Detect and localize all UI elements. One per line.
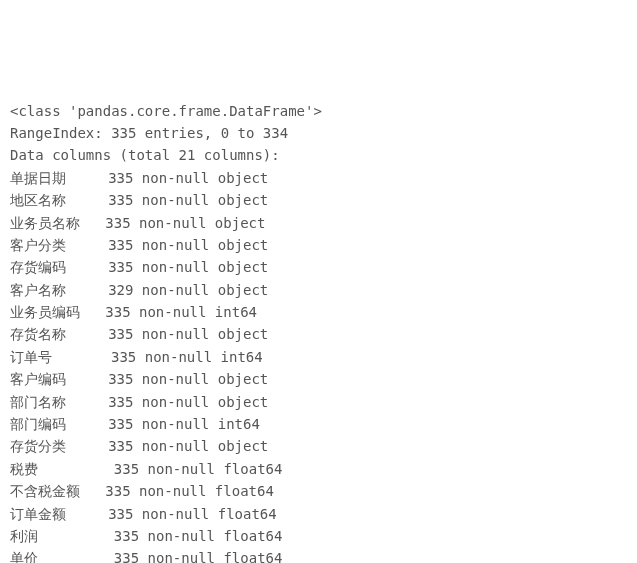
column-info-row: 部门名称 335 non-null object: [10, 391, 627, 413]
column-info-row: 不含税金额 335 non-null float64: [10, 480, 627, 502]
column-info-row: 客户名称 329 non-null object: [10, 279, 627, 301]
column-info-row: 客户编码 335 non-null object: [10, 368, 627, 390]
column-info-row: 订单金额 335 non-null float64: [10, 503, 627, 525]
column-info-row: 存货分类 335 non-null object: [10, 435, 627, 457]
column-info-row: 业务员名称 335 non-null object: [10, 212, 627, 234]
column-info-row: 单据日期 335 non-null object: [10, 167, 627, 189]
column-info-row: 利润 335 non-null float64: [10, 525, 627, 547]
class-line: <class 'pandas.core.frame.DataFrame'>: [10, 100, 627, 122]
column-info-row: 订单号 335 non-null int64: [10, 346, 627, 368]
data-columns-header: Data columns (total 21 columns):: [10, 144, 627, 166]
column-info-row: 单价 335 non-null float64: [10, 547, 627, 563]
column-info-row: 税费 335 non-null float64: [10, 458, 627, 480]
column-info-row: 部门编码 335 non-null int64: [10, 413, 627, 435]
column-info-row: 客户分类 335 non-null object: [10, 234, 627, 256]
dataframe-info-output: <class 'pandas.core.frame.DataFrame'>Ran…: [10, 100, 627, 563]
range-index-line: RangeIndex: 335 entries, 0 to 334: [10, 122, 627, 144]
column-info-row: 业务员编码 335 non-null int64: [10, 301, 627, 323]
column-info-row: 存货编码 335 non-null object: [10, 256, 627, 278]
column-info-row: 地区名称 335 non-null object: [10, 189, 627, 211]
column-info-row: 存货名称 335 non-null object: [10, 323, 627, 345]
